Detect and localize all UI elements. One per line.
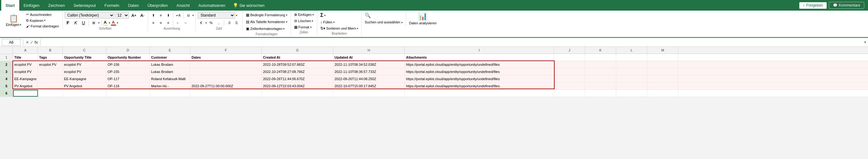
analyze-data-icon[interactable]: 📊 — [418, 12, 428, 21]
delete-cells-button[interactable]: ⊖ Löschen ▾ — [293, 18, 315, 24]
cell-k5[interactable] — [585, 83, 616, 89]
col-header-g[interactable]: G — [262, 47, 333, 54]
cell-d6[interactable] — [106, 90, 150, 97]
align-center-button[interactable]: ≡ — [157, 19, 164, 26]
currency-dropdown[interactable]: ▾ — [206, 22, 207, 24]
row-num-4[interactable]: 4 — [0, 75, 13, 82]
format-cells-button[interactable]: ▦ Format ▾ — [293, 24, 315, 30]
format-as-table-button[interactable]: ▤ Als Tabelle formatieren ▾ — [244, 19, 289, 25]
cell-b1[interactable]: Tags — [38, 54, 63, 61]
cell-l5[interactable] — [616, 83, 647, 89]
autosum-button[interactable]: Σ ▾ — [319, 12, 360, 19]
cell-g6[interactable] — [262, 90, 333, 97]
number-format-dropdown[interactable]: ▾ — [236, 14, 237, 17]
paste-button[interactable]: 📋 Einfügen ▾ — [3, 12, 24, 29]
align-bottom-button[interactable]: ⬇ — [165, 12, 172, 19]
cell-m3[interactable] — [647, 68, 678, 75]
borders-button[interactable]: ⊞ — [90, 19, 97, 26]
font-color-dropdown[interactable]: ▾ — [117, 22, 118, 24]
cell-k6[interactable] — [585, 90, 616, 97]
find-dropdown[interactable]: ▾ — [401, 21, 403, 24]
fill-color-dropdown[interactable]: ▾ — [109, 22, 110, 24]
cell-d4[interactable]: OP-117 — [106, 75, 150, 82]
conditional-formatting-button[interactable]: ▦ Bedingte Formatierung ▾ — [244, 12, 289, 18]
tab-seitenlayout[interactable]: Seitenlayout — [69, 0, 100, 10]
share-button[interactable]: ↑ Freigeben — [799, 2, 827, 9]
row-num-3[interactable]: 3 — [0, 68, 13, 75]
col-header-h[interactable]: H — [333, 47, 405, 54]
cell-j4[interactable] — [554, 75, 585, 82]
formula-input[interactable] — [43, 39, 863, 46]
merge-center-button[interactable]: ⊟ — [185, 12, 192, 19]
cell-j1[interactable] — [554, 54, 585, 61]
col-header-i[interactable]: I — [405, 47, 554, 54]
row-num-2[interactable]: 2 — [0, 61, 13, 68]
comma-button[interactable]: , — [215, 19, 222, 26]
cell-reference-input[interactable] — [2, 39, 21, 46]
tab-zeichnen[interactable]: Zeichnen — [44, 0, 69, 10]
cell-h3[interactable]: 2022-11-10T08:36:57.733Z — [333, 68, 405, 75]
tab-formeln[interactable]: Formeln — [100, 0, 124, 10]
tab-daten[interactable]: Daten — [124, 0, 143, 10]
tab-automatisieren[interactable]: Automatisieren — [194, 0, 230, 10]
cell-i1[interactable]: Attachments — [405, 54, 554, 61]
fill-button[interactable]: ↓ Füllen ▾ — [319, 19, 360, 25]
cell-l6[interactable] — [616, 90, 647, 97]
col-header-f[interactable]: F — [190, 47, 262, 54]
font-name-select[interactable]: Calibri (Textkörper) — [65, 12, 115, 19]
cell-c4[interactable]: EE-Kampagne — [63, 75, 106, 82]
cell-a2[interactable]: ecopilot PV — [13, 61, 38, 68]
cell-l2[interactable] — [616, 61, 647, 68]
cell-f3[interactable] — [190, 68, 262, 75]
cell-a4[interactable]: EE-Kampagne — [13, 75, 38, 82]
font-size-select[interactable]: 12 — [115, 12, 129, 19]
cell-b2[interactable]: ecopilot PV — [38, 61, 63, 68]
align-left-button[interactable]: ≡ — [150, 19, 157, 26]
cell-a3[interactable]: ecopilot PV — [13, 68, 38, 75]
cell-j5[interactable] — [554, 83, 585, 89]
cell-c1[interactable]: Opportunity Title — [63, 54, 106, 61]
insert-function-icon[interactable]: fx — [34, 40, 38, 45]
cell-c2[interactable]: ecopilot PV — [63, 61, 106, 68]
col-header-l[interactable]: L — [616, 47, 647, 54]
decrease-font-button[interactable]: A- — [138, 12, 146, 19]
cell-f1[interactable]: Dates — [190, 54, 262, 61]
col-header-m[interactable]: M — [647, 47, 678, 54]
fill-color-button[interactable]: A — [103, 20, 108, 26]
row-num-5[interactable]: 5 — [0, 83, 13, 89]
analyze-data-button[interactable]: Daten analysieren — [409, 21, 437, 25]
cell-l1[interactable] — [616, 54, 647, 61]
decrease-indent-button[interactable]: ← — [175, 19, 181, 26]
wrap-text-button[interactable]: ↵A — [175, 12, 182, 19]
cell-a1[interactable]: Title — [13, 54, 38, 61]
cell-d1[interactable]: Opportunity Number — [106, 54, 150, 61]
tab-ueberpruefen[interactable]: Überprüfen — [143, 0, 172, 10]
increase-font-button[interactable]: A+ — [130, 12, 138, 19]
paste-dropdown-icon[interactable]: ▾ — [20, 23, 21, 26]
underline-button[interactable]: U — [80, 19, 87, 26]
cell-i3[interactable]: https://portal.epilot.cloud/app/entity/o… — [405, 68, 554, 75]
col-header-e[interactable]: E — [150, 47, 190, 54]
tab-start[interactable]: Start — [1, 0, 19, 10]
cell-b6[interactable] — [38, 90, 63, 97]
align-right-button[interactable]: ≡ — [165, 19, 172, 26]
insert-cells-button[interactable]: ⊕ Einfügen ▾ — [293, 12, 315, 18]
cell-k3[interactable] — [585, 68, 616, 75]
cs-dropdown[interactable]: ▾ — [283, 27, 284, 30]
fat-dropdown[interactable]: ▾ — [286, 21, 287, 23]
copy-button[interactable]: ⧉ Kopieren ▾ — [25, 18, 60, 23]
col-header-c[interactable]: C — [63, 47, 106, 54]
cell-l4[interactable] — [616, 75, 647, 82]
cancel-formula-icon[interactable]: ✕ — [26, 40, 29, 45]
cell-l3[interactable] — [616, 68, 647, 75]
tab-ansicht[interactable]: Ansicht — [172, 0, 194, 10]
row-num-6[interactable]: 6 — [0, 90, 13, 97]
increase-indent-button[interactable]: → — [182, 19, 189, 26]
cell-e2[interactable]: Lukas Brodam — [150, 61, 190, 68]
cell-i6[interactable] — [405, 90, 554, 97]
insert-cells-dropdown[interactable]: ▾ — [312, 14, 314, 16]
cell-e3[interactable]: Lukas Brodam — [150, 68, 190, 75]
cell-b5[interactable] — [38, 83, 63, 89]
comment-button[interactable]: 💬 Kommentare — [829, 2, 864, 9]
increase-decimal-button[interactable]: .0 — [226, 19, 232, 26]
